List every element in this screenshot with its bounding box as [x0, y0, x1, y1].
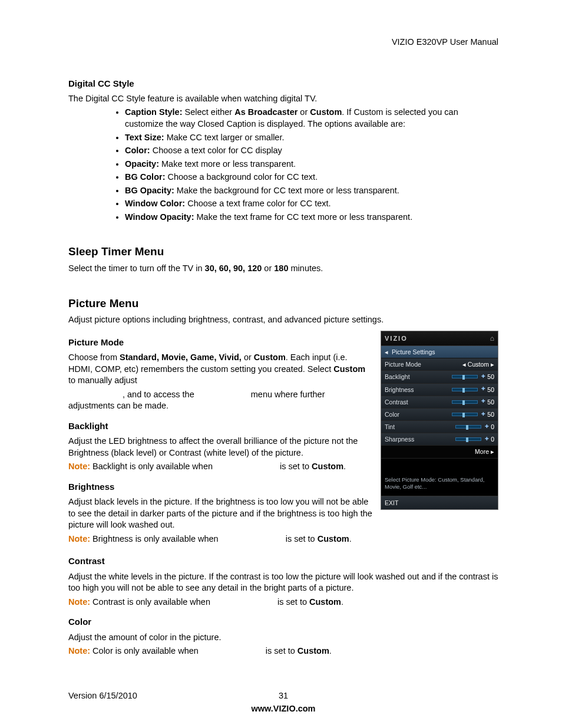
osd-row-value: ✚ 0 — [455, 423, 494, 431]
text: , and to access the — [123, 390, 197, 399]
plus-icon: ✚ — [481, 374, 485, 380]
text: 180 — [274, 263, 288, 273]
osd-row-backlight: Backlight✚ 50 — [381, 371, 498, 383]
back-arrow-icon: ◂ — [385, 348, 388, 356]
bullet-color: Color: Choose a text color for CC displa… — [125, 145, 498, 157]
heading-brightness: Brightness — [68, 481, 372, 493]
text: Make text more or less transparent. — [159, 159, 296, 169]
osd-slider — [455, 425, 481, 429]
text: Make CC text larger or smaller. — [164, 133, 285, 142]
contrast-note: Note: Contrast is only available when is… — [68, 597, 498, 608]
note-label: Note: — [68, 646, 90, 655]
text: Custom — [309, 597, 341, 607]
text: Make the background for CC text more or … — [174, 186, 399, 195]
label: Opacity: — [125, 159, 159, 169]
plus-icon: ✚ — [485, 436, 489, 443]
osd-row-tint: Tint✚ 0 — [381, 421, 498, 433]
osd-row-value: ✚ 0 — [455, 435, 494, 443]
bullet-caption-style: Caption Style: Select either As Broadcas… — [125, 107, 498, 130]
brightness-body: Adjust black levels in the picture. If t… — [68, 496, 372, 531]
bullet-text-size: Text Size: Make CC text larger or smalle… — [125, 132, 498, 144]
label: Caption Style: — [125, 107, 182, 117]
text: . — [341, 597, 343, 607]
heading-contrast: Contrast — [68, 555, 498, 567]
color-body: Adjust the amount of color in the pictur… — [68, 632, 498, 644]
home-icon: ⌂ — [490, 334, 494, 343]
osd-row-picture-mode: Picture Mode◂ Custom ▸ — [381, 358, 498, 371]
osd-row-label: Brightness — [385, 386, 414, 394]
bullet-window-color: Window Color: Choose a text frame color … — [125, 198, 498, 210]
footer-url: www.VIZIO.com — [68, 703, 498, 715]
osd-hint: Select Picture Mode: Custom, Standard, M… — [381, 458, 498, 496]
bullet-bg-color: BG Color: Choose a background color for … — [125, 172, 498, 183]
osd-subtitle-row: ◂ Picture Settings — [381, 346, 498, 358]
osd-row-label: Tint — [385, 423, 395, 431]
backlight-body: Adjust the LED brightness to affect the … — [68, 436, 372, 459]
digital-cc-bullets: Caption Style: Select either As Broadcas… — [68, 107, 498, 223]
sleep-timer-body: Select the timer to turn off the TV in 3… — [68, 263, 498, 275]
plus-icon: ✚ — [481, 398, 485, 405]
page-footer: Version 6/15/2010 31 www.VIZIO.com — [68, 690, 498, 702]
bullet-window-opacity: Window Opacity: Make the text frame for … — [125, 212, 498, 223]
label: Color: — [125, 146, 150, 155]
text: Custom — [297, 646, 329, 655]
footer-page-number: 31 — [68, 690, 498, 702]
plus-icon: ✚ — [481, 386, 485, 393]
osd-picture-settings: VIZIO ⌂ ◂ Picture Settings Picture Mode◂… — [381, 331, 498, 510]
bullet-bg-opacity: BG Opacity: Make the background for CC t… — [125, 185, 498, 197]
osd-row-contrast: Contrast✚ 50 — [381, 396, 498, 409]
label: Window Opacity: — [125, 212, 194, 222]
text: is set to — [286, 534, 318, 543]
chevron-right-icon: ▸ — [491, 447, 494, 456]
label: Window Color: — [125, 199, 185, 208]
osd-titlebar: VIZIO ⌂ — [381, 331, 498, 346]
osd-slider — [452, 413, 478, 416]
text: Select the timer to turn off the TV in — [68, 263, 205, 273]
osd-row-sharpness: Sharpness✚ 0 — [381, 433, 498, 446]
osd-row-label: Color — [385, 410, 399, 419]
osd-brand: VIZIO — [385, 334, 408, 343]
osd-row-label: Picture Mode — [385, 360, 421, 368]
text: Make the text frame for CC text more or … — [194, 212, 412, 222]
backlight-note: Note: Backlight is only available when i… — [68, 461, 372, 473]
text: is set to — [266, 646, 297, 655]
text: or — [262, 263, 274, 273]
brightness-note: Note: Brightness is only available when … — [68, 533, 372, 545]
heading-sleep-timer: Sleep Timer Menu — [68, 244, 498, 259]
heading-color: Color — [68, 616, 498, 628]
heading-backlight: Backlight — [68, 420, 372, 432]
text: Choose a background color for CC text. — [165, 172, 318, 182]
bullet-opacity: Opacity: Make text more or less transpar… — [125, 159, 498, 170]
text: Choose a text color for CC display — [150, 146, 282, 155]
osd-exit: EXIT — [381, 496, 498, 509]
text: Custom — [312, 462, 343, 471]
text: . — [343, 462, 346, 471]
heading-digital-cc: Digital CC Style — [68, 78, 498, 90]
text: or — [242, 353, 254, 362]
color-note: Note: Color is only available when is se… — [68, 645, 498, 657]
osd-subtitle: Picture Settings — [392, 348, 435, 356]
osd-row-value: ✚ 50 — [452, 386, 494, 394]
note-label: Note: — [68, 534, 90, 543]
text: Custom — [318, 534, 349, 543]
note-label: Note: — [68, 597, 90, 607]
label: BG Opacity: — [125, 186, 174, 195]
osd-row-label: Sharpness — [385, 435, 414, 443]
osd-slider — [452, 375, 478, 378]
osd-row-label: Contrast — [385, 398, 408, 406]
label: BG Color: — [125, 172, 165, 182]
chevron-right-icon: ▸ — [491, 360, 494, 368]
osd-more-label: More — [475, 447, 489, 456]
chevron-left-icon: ◂ — [462, 360, 466, 368]
contrast-body: Adjust the white levels in the picture. … — [68, 571, 498, 594]
text: Choose from — [68, 353, 120, 362]
label: Text Size: — [125, 133, 164, 142]
text: Choose a text frame color for CC text. — [185, 199, 330, 208]
text: Custom — [333, 364, 365, 374]
osd-row-color: Color✚ 50 — [381, 409, 498, 421]
heading-picture-menu: Picture Menu — [68, 296, 498, 311]
osd-row-label: Backlight — [385, 373, 410, 381]
osd-slider — [455, 437, 481, 441]
text: Brightness is only available when — [90, 534, 221, 543]
text: Contrast is only available when — [90, 597, 213, 607]
